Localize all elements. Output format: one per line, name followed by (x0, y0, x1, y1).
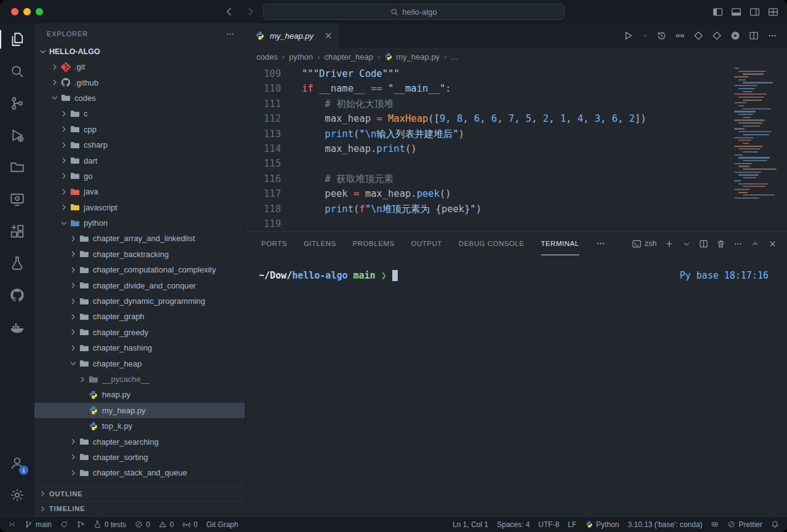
tree-item-javascript[interactable]: javascript (34, 200, 245, 215)
breadcrumb-[interactable]: ... (451, 52, 457, 62)
status-indentation[interactable]: Spaces: 4 (492, 517, 534, 532)
tree-item-codes[interactable]: codes (34, 90, 245, 106)
breadcrumb-my-heap-py[interactable]: my_heap.py (384, 52, 440, 62)
code-editor[interactable]: 109"""Driver Code"""110if __name__ == "_… (245, 65, 787, 231)
code-line-117[interactable]: 117 peek = max_heap.peek() (245, 186, 787, 201)
kill-terminal-icon[interactable] (716, 239, 726, 248)
status-language-mode[interactable]: Python (581, 517, 623, 532)
code-line-116[interactable]: 116 # 获取堆顶元素 (245, 172, 787, 186)
panel-tab-problems[interactable]: PROBLEMS (353, 232, 395, 255)
activity-source-control[interactable] (0, 87, 34, 119)
split-editor-icon[interactable] (749, 31, 759, 41)
tree-item-c[interactable]: c (34, 106, 245, 121)
code-line-111[interactable]: 111 # 初始化大顶堆 (245, 97, 787, 111)
activity-extensions[interactable] (0, 215, 34, 247)
tree-item-chapter-stack-and-queue[interactable]: chapter_stack_and_queue (34, 465, 245, 480)
minimap[interactable] (734, 68, 780, 200)
maximize-panel-icon[interactable] (751, 239, 760, 248)
previous-change-icon[interactable] (694, 31, 703, 41)
close-window-button[interactable] (11, 8, 18, 15)
activity-search[interactable] (0, 55, 34, 87)
tree-item-my-heap-py[interactable]: my_heap.py (34, 403, 245, 418)
tree-item-csharp[interactable]: csharp (34, 137, 245, 153)
status-git-graph[interactable]: Git Graph (202, 517, 242, 532)
terminal[interactable]: ~/Dow/hello-algo main ❯ Py base 18:17:16 (245, 255, 787, 516)
tree-item-git[interactable]: .git (34, 59, 245, 74)
close-icon[interactable] (323, 31, 333, 41)
toggle-secondary-sidebar-icon[interactable] (749, 7, 760, 17)
status-git-graph-view[interactable] (73, 517, 89, 532)
code-line-112[interactable]: 112 max_heap = MaxHeap([9, 8, 6, 6, 7, 5… (245, 111, 787, 126)
terminal-profile[interactable]: zsh (632, 239, 657, 248)
status-encoding[interactable]: UTF-8 (534, 517, 564, 532)
status-sync[interactable] (56, 517, 73, 532)
activity-remote-explorer[interactable] (0, 183, 34, 215)
command-center-search[interactable]: hello-algo (263, 4, 564, 20)
panel-tab-debug-console[interactable]: DEBUG CONSOLE (459, 232, 524, 255)
tree-item-chapter-dynamic-programming[interactable]: chapter_dynamic_programming (34, 293, 245, 309)
tree-item-python[interactable]: python (34, 215, 245, 231)
more-actions-icon[interactable] (767, 31, 777, 41)
activity-settings[interactable] (0, 479, 34, 511)
tree-item-heap-py[interactable]: heap.py (34, 387, 245, 402)
forward-arrow-icon[interactable] (245, 6, 256, 17)
open-changes-icon[interactable] (675, 31, 685, 41)
panel-tab-ports[interactable]: PORTS (261, 232, 287, 255)
split-terminal-icon[interactable] (699, 239, 708, 248)
status-ports[interactable]: 0 (178, 517, 202, 532)
status-copilot[interactable] (706, 517, 723, 532)
status-eol[interactable]: LF (564, 517, 581, 532)
tree-item-java[interactable]: java (34, 184, 245, 199)
tree-item-pycache[interactable]: __pycache__ (34, 371, 245, 387)
tree-item-dart[interactable]: dart (34, 153, 245, 168)
panel-tab-gitlens[interactable]: GITLENS (304, 232, 336, 255)
breadcrumb-python[interactable]: python (289, 52, 313, 62)
status-remote[interactable] (4, 517, 20, 532)
status-branch[interactable]: main (20, 517, 56, 532)
tree-item-github[interactable]: .github (34, 74, 245, 90)
code-line-113[interactable]: 113 print("\n输入列表并建堆后") (245, 127, 787, 141)
run-python-file-icon[interactable] (730, 31, 740, 41)
activity-accounts[interactable]: 1 (0, 447, 34, 479)
close-panel-icon[interactable] (768, 239, 777, 248)
terminal-profile-dropdown-icon[interactable] (682, 239, 691, 248)
run-icon[interactable] (623, 31, 633, 41)
panel-tab-terminal[interactable]: TERMINAL (541, 232, 579, 255)
tree-item-chapter-divide-and-conquer[interactable]: chapter_divide_and_conquer (34, 277, 245, 293)
code-line-109[interactable]: 109"""Driver Code""" (245, 66, 787, 81)
tree-item-chapter-backtracking[interactable]: chapter_backtracking (34, 247, 245, 262)
status-cursor-position[interactable]: Ln 1, Col 1 (448, 517, 492, 532)
tree-item-chapter-array-and-linkedlist[interactable]: chapter_array_and_linkedlist (34, 231, 245, 246)
more-icon[interactable] (596, 239, 606, 248)
status-interpreter[interactable]: 3.10.13 ('base': conda) (623, 517, 706, 532)
activity-project-manager[interactable] (0, 151, 34, 183)
code-line-115[interactable]: 115 (245, 156, 787, 171)
status-prettier[interactable]: Prettier (723, 517, 767, 532)
zoom-window-button[interactable] (36, 8, 43, 15)
run-dropdown-icon[interactable] (642, 31, 648, 41)
tree-item-chapter-heap[interactable]: chapter_heap (34, 355, 245, 371)
code-line-119[interactable]: 119 (245, 216, 787, 231)
tree-item-chapter-graph[interactable]: chapter_graph (34, 309, 245, 324)
activity-docker[interactable] (0, 311, 34, 343)
toggle-sidebar-icon[interactable] (713, 7, 723, 17)
tree-item-chapter-sorting[interactable]: chapter_sorting (34, 450, 245, 465)
status-errors[interactable]: 0 (130, 517, 154, 532)
section-timeline[interactable]: TIMELINE (34, 501, 245, 517)
next-change-icon[interactable] (712, 31, 722, 41)
activity-testing[interactable] (0, 247, 34, 279)
code-line-110[interactable]: 110if __name__ == "__main__": (245, 81, 787, 96)
tree-item-chapter-computational-complexity[interactable]: chapter_computational_complexity (34, 262, 245, 277)
new-terminal-icon[interactable] (665, 239, 674, 248)
breadcrumb-chapter-heap[interactable]: chapter_heap (324, 52, 373, 62)
tree-item-chapter-searching[interactable]: chapter_searching (34, 434, 245, 449)
tree-item-go[interactable]: go (34, 169, 245, 184)
project-root-row[interactable]: HELLO-ALGO (34, 44, 245, 59)
panel-tab-output[interactable]: OUTPUT (411, 232, 442, 255)
tree-item-chapter-hashing[interactable]: chapter_hashing (34, 340, 245, 355)
status-warnings[interactable]: 0 (154, 517, 178, 532)
activity-github[interactable] (0, 279, 34, 311)
timeline-history-icon[interactable] (657, 31, 666, 41)
section-outline[interactable]: OUTLINE (34, 486, 245, 501)
tree-item-top-k-py[interactable]: top_k.py (34, 418, 245, 434)
